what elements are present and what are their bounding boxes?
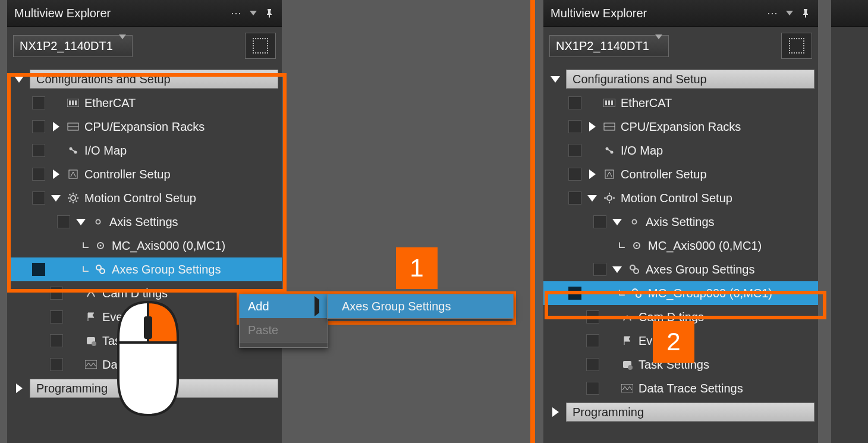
expand-icon[interactable] bbox=[549, 407, 561, 417]
item-axis-settings[interactable]: Axis Settings bbox=[7, 210, 282, 234]
ctx-sub-axes-group[interactable]: Axes Group Settings bbox=[328, 294, 513, 318]
item-data-trace[interactable]: Data Trace Settings bbox=[543, 376, 818, 400]
axes-group-icon bbox=[94, 263, 107, 276]
side-sliver bbox=[831, 0, 868, 443]
checkbox[interactable] bbox=[57, 215, 70, 228]
item-cpu[interactable]: CPU/Expansion Racks bbox=[543, 115, 818, 139]
cam-icon bbox=[84, 287, 98, 300]
checkbox[interactable] bbox=[32, 96, 45, 109]
svg-point-49 bbox=[636, 293, 641, 297]
svg-rect-3 bbox=[75, 100, 77, 105]
label: MC_Axis000 (0,MC1) bbox=[112, 239, 225, 253]
checkbox[interactable] bbox=[568, 96, 581, 109]
item-cpu[interactable]: CPU/Expansion Racks bbox=[7, 115, 282, 139]
label: Axis Settings bbox=[646, 215, 715, 229]
svg-point-45 bbox=[636, 245, 638, 247]
expand-icon[interactable] bbox=[75, 219, 87, 225]
expand-icon[interactable] bbox=[13, 76, 25, 83]
checkbox[interactable] bbox=[50, 358, 63, 371]
expand-icon[interactable] bbox=[50, 195, 62, 202]
item-mc-axis000[interactable]: ∟ MC_Axis000 (0,MC1) bbox=[7, 234, 282, 257]
item-motion[interactable]: Motion Control Setup bbox=[543, 186, 818, 210]
expand-icon[interactable] bbox=[50, 122, 62, 131]
step-number: 2 bbox=[666, 328, 680, 356]
mouse-graphic bbox=[109, 296, 187, 415]
checkbox[interactable] bbox=[586, 358, 599, 371]
item-motion[interactable]: Motion Control Setup bbox=[7, 186, 282, 210]
svg-rect-2 bbox=[72, 100, 74, 105]
checkbox[interactable] bbox=[568, 144, 581, 157]
flag-icon bbox=[84, 310, 98, 323]
svg-rect-30 bbox=[605, 100, 607, 105]
checkbox[interactable] bbox=[32, 120, 45, 133]
expand-icon[interactable] bbox=[586, 169, 598, 179]
expand-icon[interactable] bbox=[586, 195, 598, 202]
context-submenu: Axes Group Settings bbox=[327, 294, 514, 319]
panel-title: Multiview Explorer bbox=[551, 7, 767, 20]
device-row: NX1P2_1140DT1 bbox=[543, 27, 818, 65]
submenu-arrow-icon bbox=[315, 300, 319, 313]
device-preview[interactable] bbox=[781, 33, 812, 59]
expand-icon[interactable] bbox=[50, 169, 62, 179]
checkbox[interactable] bbox=[32, 168, 45, 181]
checkbox[interactable] bbox=[593, 263, 606, 276]
titlebar-dropdown-icon[interactable] bbox=[247, 7, 259, 19]
svg-point-20 bbox=[100, 245, 102, 247]
label: I/O Map bbox=[621, 144, 663, 158]
checkbox[interactable] bbox=[586, 310, 599, 323]
expand-icon[interactable] bbox=[549, 76, 561, 83]
device-select[interactable]: NX1P2_1140DT1 bbox=[549, 35, 669, 57]
checkbox[interactable] bbox=[568, 191, 581, 205]
cat-config[interactable]: Configurations and Setup bbox=[7, 67, 282, 91]
trace-icon bbox=[621, 382, 634, 395]
device-select[interactable]: NX1P2_1140DT1 bbox=[13, 35, 133, 57]
label: Axes Group Settings bbox=[112, 263, 221, 277]
checkbox[interactable] bbox=[32, 191, 45, 205]
checkbox[interactable] bbox=[568, 120, 581, 133]
ethercat-icon bbox=[67, 96, 80, 109]
checkbox[interactable] bbox=[50, 334, 63, 347]
checkbox[interactable] bbox=[50, 310, 63, 323]
cat-config[interactable]: Configurations and Setup bbox=[543, 67, 818, 91]
item-mc-axis000[interactable]: ∟ MC_Axis000 (0,MC1) bbox=[543, 234, 818, 257]
checkbox[interactable] bbox=[568, 168, 581, 181]
svg-point-18 bbox=[96, 219, 100, 224]
overflow-dots[interactable]: ⋯ bbox=[231, 7, 243, 20]
expand-icon[interactable] bbox=[611, 266, 623, 273]
cat-config-label: Configurations and Setup bbox=[566, 70, 814, 89]
item-controller-setup[interactable]: Controller Setup bbox=[7, 162, 282, 186]
checkbox[interactable] bbox=[32, 144, 45, 157]
svg-point-51 bbox=[628, 365, 633, 370]
checkbox[interactable] bbox=[586, 334, 599, 347]
pin-icon[interactable] bbox=[264, 8, 275, 18]
ctx-item-add[interactable]: Add bbox=[240, 294, 328, 318]
axis-icon bbox=[630, 239, 643, 252]
item-mc-group000-selected[interactable]: ∟ MC_Group000 (0,MC1) bbox=[543, 281, 818, 305]
checkbox[interactable] bbox=[32, 263, 45, 276]
item-ethercat[interactable]: EtherCAT bbox=[7, 91, 282, 115]
svg-rect-25 bbox=[85, 360, 97, 369]
item-iomap[interactable]: I/O Map bbox=[7, 139, 282, 162]
label: Controller Setup bbox=[621, 168, 707, 181]
svg-rect-31 bbox=[608, 100, 610, 105]
item-axis-settings[interactable]: Axis Settings bbox=[543, 210, 818, 234]
cat-prog[interactable]: Programming bbox=[543, 400, 818, 424]
iomap-icon bbox=[67, 144, 80, 157]
item-controller-setup[interactable]: Controller Setup bbox=[543, 162, 818, 186]
item-axes-group-settings-selected[interactable]: ∟ Axes Group Settings bbox=[7, 257, 282, 281]
overflow-dots[interactable]: ⋯ bbox=[767, 7, 779, 20]
item-ethercat[interactable]: EtherCAT bbox=[543, 91, 818, 115]
titlebar-dropdown-icon[interactable] bbox=[784, 7, 795, 19]
checkbox[interactable] bbox=[568, 287, 581, 300]
checkbox[interactable] bbox=[593, 215, 606, 228]
device-preview[interactable] bbox=[245, 33, 276, 59]
pin-icon[interactable] bbox=[800, 8, 811, 18]
expand-icon[interactable] bbox=[13, 384, 25, 393]
checkbox[interactable] bbox=[50, 287, 63, 300]
item-axes-group-settings[interactable]: Axes Group Settings bbox=[543, 257, 818, 281]
label: CPU/Expansion Racks bbox=[84, 120, 205, 134]
checkbox[interactable] bbox=[586, 382, 599, 395]
expand-icon[interactable] bbox=[611, 219, 623, 225]
expand-icon[interactable] bbox=[586, 122, 598, 131]
item-iomap[interactable]: I/O Map bbox=[543, 139, 818, 162]
